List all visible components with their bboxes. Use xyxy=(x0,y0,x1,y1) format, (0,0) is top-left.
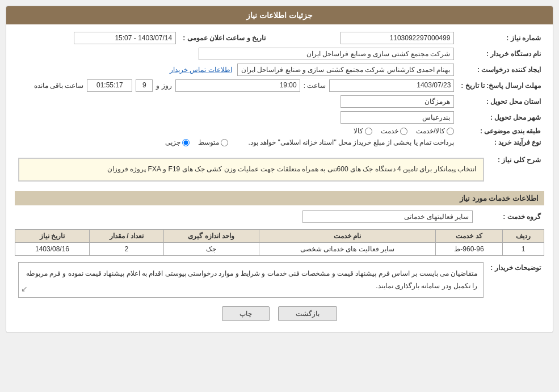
radio-khadamat[interactable]: خدمت xyxy=(381,127,407,135)
nam-dastgah-label: نام دستگاه خریدار : xyxy=(457,46,544,62)
tozihat-value: متقاضیان می بایست بر اساس فرم پیشنهاد قی… xyxy=(18,262,484,298)
col-tarikh: تاریخ نیاز xyxy=(15,229,90,242)
mohlat-roz-label: روز و xyxy=(156,82,171,90)
mohlat-ersal-label: مهلت ارسال پاسخ: تا تاریخ : xyxy=(457,78,544,94)
shomara-niaz-label: شماره نیاز : xyxy=(457,30,544,46)
cell-tarikh: 1403/08/16 xyxy=(15,242,90,255)
mohlat-saat-mande-value: 01:55:17 xyxy=(87,79,132,92)
col-tedad: تعداد / مقدار xyxy=(90,229,164,242)
radio-jozii-input[interactable] xyxy=(182,139,190,146)
etelaat-tamas-link[interactable]: اطلاعات تماس خریدار xyxy=(170,66,232,74)
radio-khadamat-label: خدمت xyxy=(381,127,398,135)
nam-dastgah-value: شرکت مجتمع کشتی سازی و صنایع فراساحل ایر… xyxy=(199,48,454,60)
cell-radif: 1 xyxy=(502,242,544,255)
shahr-value: بندرعباس xyxy=(341,111,454,124)
radio-khadamat-input[interactable] xyxy=(400,128,407,135)
radio-motavasset-input[interactable] xyxy=(221,139,228,146)
mohlat-roz-value: 9 xyxy=(136,79,153,92)
col-code: کد خدمت xyxy=(436,229,503,242)
shomara-niaz-value: 1103092297000499 xyxy=(341,32,454,44)
ostan-label: استان محل تحویل : xyxy=(457,94,544,109)
table-row: 1 960-96-ط سایر فعالیت های خدماتی شخصی ج… xyxy=(15,242,544,255)
mohlat-saat-mande-label: ساعت باقی مانده xyxy=(34,82,84,90)
farayand-note: پرداخت تمام یا بخشی از مبلغ خریداز محل "… xyxy=(248,138,454,146)
sharh-label: شرح کلی نیاز : xyxy=(487,153,544,187)
radio-kala-khadamat[interactable]: کالا/خدمت xyxy=(416,127,454,135)
tarikh-label: تاریخ و ساعت اعلان عمومی : xyxy=(179,30,269,46)
mohlat-saat-value: 19:00 xyxy=(175,79,300,92)
radio-kala-khadamat-label: کالا/خدمت xyxy=(416,127,445,135)
shahr-label: شهر محل تحویل : xyxy=(457,109,544,125)
print-button[interactable]: چاپ xyxy=(222,306,270,321)
ostan-value: هرمزگان xyxy=(341,95,454,108)
page-title: جزئیات اطلاعات نیاز xyxy=(6,6,553,24)
radio-kala-input[interactable] xyxy=(365,128,372,135)
buttons-row: بازگشت چاپ xyxy=(15,306,544,327)
cell-code: 960-96-ط xyxy=(436,242,503,255)
goroh-khadamat-value: سایر فعالیتهای خدماتی xyxy=(302,210,473,223)
cell-vahed: جک xyxy=(163,242,259,255)
mohlat-saat-label: ساعت : xyxy=(304,82,326,90)
radio-motavasset-label: متوسط xyxy=(198,138,219,146)
radio-jozii[interactable]: جزیی xyxy=(165,138,190,146)
radio-kala[interactable]: کالا xyxy=(354,127,372,135)
khadamat-section-title: اطلاعات خدمات مورد نیاز xyxy=(15,191,544,205)
goroh-khadamat-label: گروه خدمت : xyxy=(476,209,544,225)
radio-motavasset[interactable]: متوسط xyxy=(198,138,228,146)
cell-name: سایر فعالیت های خدماتی شخصی xyxy=(259,242,436,255)
back-button[interactable]: بازگشت xyxy=(278,306,337,321)
col-name: نام خدمت xyxy=(259,229,436,242)
nooe-farayand-label: نوع فرآیند خرید : xyxy=(457,137,544,148)
radio-kala-label: کالا xyxy=(354,127,363,135)
cell-tedad: 2 xyxy=(90,242,164,255)
mohlat-date: 1403/07/23 xyxy=(329,79,454,92)
ijad-konande-label: ایجاد کننده درخواست : xyxy=(457,62,544,78)
tarikh-value: 1403/07/14 - 15:07 xyxy=(74,32,176,44)
radio-jozii-label: جزیی xyxy=(165,138,180,146)
col-vahed: واحد اندازه گیری xyxy=(163,229,259,242)
tozihat-label: توضیحات خریدار : xyxy=(487,260,544,300)
ijad-konande-value: بهنام احمدی کارشناس شرکت مجتمع کشتی سازی… xyxy=(237,64,454,76)
col-radif: ردیف xyxy=(502,229,544,242)
radio-kala-khadamat-input[interactable] xyxy=(447,128,454,135)
sharh-value: انتخاب پیمانکار برای تامین 4 دستگاه جک ه… xyxy=(18,158,484,182)
tabaqe-label: طبقه بندی موضوعی : xyxy=(457,125,544,137)
services-table: ردیف کد خدمت نام خدمت واحد اندازه گیری ت… xyxy=(15,229,544,256)
